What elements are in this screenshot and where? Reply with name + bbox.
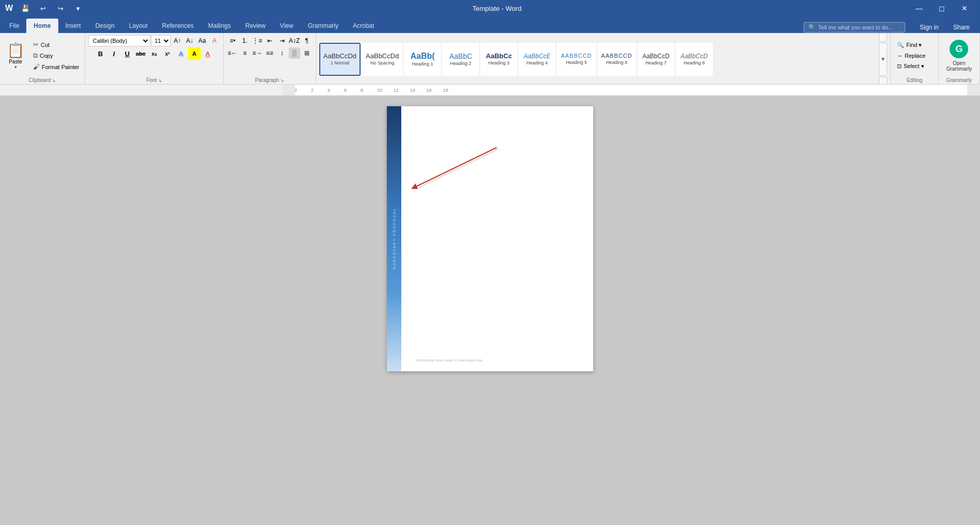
font-size-select[interactable]: 11 xyxy=(151,35,171,46)
style-heading2[interactable]: AaBbC Heading 2 xyxy=(442,43,479,76)
style-heading2-label: Heading 2 xyxy=(450,61,471,66)
minimize-button[interactable]: — xyxy=(909,0,929,17)
clear-format-button[interactable]: A xyxy=(209,35,220,46)
strikethrough-button[interactable]: abc xyxy=(135,47,147,60)
style-heading3[interactable]: AaBbCc Heading 3 xyxy=(480,43,517,76)
italic-button[interactable]: I xyxy=(108,47,120,60)
text-highlight-button[interactable]: A xyxy=(188,47,201,60)
paste-dropdown-icon: ▾ xyxy=(14,64,17,70)
undo-quick-btn[interactable]: ↩ xyxy=(36,1,50,15)
find-label: Find ▾ xyxy=(906,42,922,48)
shading-button[interactable]: ░ xyxy=(289,47,300,59)
clipboard-label-text: Clipboard xyxy=(28,77,51,83)
document-scroll-area[interactable]: BUDGETARY PROPOSAL PROPRIETA xyxy=(0,96,980,525)
paste-button[interactable]: 📋 Paste ▾ xyxy=(3,35,28,76)
numbering-button[interactable]: 1. xyxy=(239,35,251,46)
style-heading5-label: Heading 5 xyxy=(566,60,587,65)
restore-button[interactable]: ◻ xyxy=(932,0,952,17)
editing-label-text: Editing xyxy=(907,77,923,83)
cut-button[interactable]: ✂ Cut xyxy=(31,40,81,50)
tab-layout[interactable]: Layout xyxy=(122,19,155,33)
tab-view[interactable]: View xyxy=(273,19,301,33)
styles-scroll-down-button[interactable]: ▼ xyxy=(879,43,887,76)
style-no-spacing[interactable]: AaBbCcDd No Spacing xyxy=(362,43,403,76)
tab-references[interactable]: References xyxy=(155,19,201,33)
align-center-button[interactable]: ≡ xyxy=(239,47,251,59)
clipboard-content: 📋 Paste ▾ ✂ Cut ⧉ Copy 🖌 Format Painter xyxy=(3,35,81,76)
increase-indent-button[interactable]: ⇥ xyxy=(276,35,288,46)
style-normal[interactable]: AaBbCcDd 1 Normal xyxy=(319,43,361,76)
tab-home[interactable]: Home xyxy=(26,19,58,33)
para-row-2: ≡← ≡ ≡→ ≡≡ ↕ ░ ⊞ xyxy=(227,47,313,59)
style-heading1-preview: AaBb( xyxy=(411,52,435,60)
page-content[interactable]: PROPRIETARY AND CONFIDENTIAL xyxy=(401,106,593,371)
underline-button[interactable]: U xyxy=(121,47,134,60)
search-icon: 🔍 xyxy=(808,24,816,31)
close-button[interactable]: ✕ xyxy=(954,0,975,17)
open-grammarly-button[interactable]: G xyxy=(950,40,968,58)
subscript-button[interactable]: x₂ xyxy=(148,47,160,60)
editing-content: 🔍 Find ▾ ↔ Replace ⊡ Select ▾ xyxy=(894,35,935,76)
word-logo-icon: W xyxy=(5,4,13,13)
style-heading8[interactable]: AaBbCcD Heading 8 xyxy=(676,43,713,76)
style-heading6[interactable]: AABBCCD Heading 6 xyxy=(597,43,636,76)
bold-button[interactable]: B xyxy=(94,47,107,60)
font-size-down-button[interactable]: A↓ xyxy=(184,35,195,46)
superscript-button[interactable]: x² xyxy=(161,47,174,60)
font-size-up-button[interactable]: A↑ xyxy=(172,35,183,46)
sort-button[interactable]: A↕Z xyxy=(289,35,300,46)
customize-quick-btn[interactable]: ▾ xyxy=(71,1,85,15)
font-name-select[interactable]: Calibri (Body) xyxy=(88,35,150,46)
change-case-button[interactable]: Aa xyxy=(197,35,208,46)
multilevel-button[interactable]: ⋮≡ xyxy=(252,35,263,46)
bullets-button[interactable]: ≡• xyxy=(227,35,238,46)
style-heading4[interactable]: AaBbCcE Heading 4 xyxy=(518,43,556,76)
find-button[interactable]: 🔍 Find ▾ xyxy=(894,41,935,50)
style-heading1[interactable]: AaBb( Heading 1 xyxy=(404,43,441,76)
save-quick-btn[interactable]: 💾 xyxy=(18,1,32,15)
redo-quick-btn[interactable]: ↪ xyxy=(53,1,68,15)
font-label[interactable]: Font ↘ xyxy=(146,77,162,83)
tab-design[interactable]: Design xyxy=(88,19,122,33)
font-color-button[interactable]: A xyxy=(202,47,214,60)
styles-scroll-up-button[interactable]: ▲ xyxy=(879,33,887,42)
ruler-tick-label-16: 16 xyxy=(427,88,432,93)
editing-label[interactable]: Editing xyxy=(907,77,923,83)
tab-grammarly[interactable]: Grammarly xyxy=(301,19,346,33)
style-heading7[interactable]: AaBbCcD Heading 7 xyxy=(638,43,675,76)
decrease-indent-button[interactable]: ⇤ xyxy=(264,35,275,46)
replace-button[interactable]: ↔ Replace xyxy=(894,52,935,60)
signin-button[interactable]: Sign in xyxy=(914,22,944,33)
tell-me-box[interactable]: 🔍 xyxy=(804,22,905,32)
tab-acrobat[interactable]: Acrobat xyxy=(346,19,381,33)
align-left-button[interactable]: ≡← xyxy=(227,47,238,59)
clipboard-label[interactable]: Clipboard ↘ xyxy=(28,77,56,83)
copy-button[interactable]: ⧉ Copy xyxy=(31,51,81,61)
select-button[interactable]: ⊡ Select ▾ xyxy=(894,62,935,71)
format-painter-button[interactable]: 🖌 Format Painter xyxy=(31,62,81,72)
show-formatting-button[interactable]: ¶ xyxy=(301,35,313,46)
borders-button[interactable]: ⊞ xyxy=(301,47,313,59)
tab-review[interactable]: Review xyxy=(238,19,272,33)
svg-line-1 xyxy=(417,147,497,186)
ruler-tick-label-12: 12 xyxy=(394,88,399,93)
tab-file[interactable]: File xyxy=(2,19,26,33)
para-label[interactable]: Paragraph ↘ xyxy=(255,77,284,83)
ruler-tick-label-10: 10 xyxy=(377,88,382,93)
grammarly-content: G OpenGrammarly xyxy=(946,35,972,76)
align-right-button[interactable]: ≡→ xyxy=(252,47,263,59)
justify-button[interactable]: ≡≡ xyxy=(264,47,275,59)
text-effects-button[interactable]: A xyxy=(175,47,187,60)
style-heading5[interactable]: AABBCCD Heading 5 xyxy=(557,43,596,76)
format-painter-label: Format Painter xyxy=(42,64,79,70)
ruler-tick-label: 2 xyxy=(295,88,297,93)
ruler-tick-label-18: 18 xyxy=(443,88,448,93)
share-button[interactable]: Share xyxy=(948,22,975,33)
grammarly-label[interactable]: Grammarly xyxy=(946,77,972,83)
tab-mailings[interactable]: Mailings xyxy=(201,19,238,33)
styles-expand-button[interactable]: ≡ xyxy=(879,77,887,85)
ribbon: 📋 Paste ▾ ✂ Cut ⧉ Copy 🖌 Format Painter xyxy=(0,33,980,85)
tab-insert[interactable]: Insert xyxy=(58,19,88,33)
line-spacing-button[interactable]: ↕ xyxy=(276,47,288,59)
tell-me-input[interactable] xyxy=(818,24,901,30)
